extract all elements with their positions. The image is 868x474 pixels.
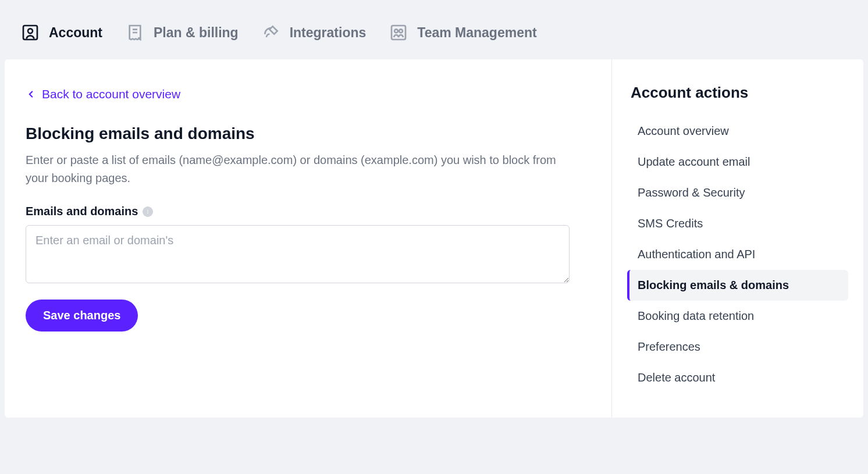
sidebar-item-account-overview[interactable]: Account overview: [627, 116, 848, 147]
page-subtitle: Enter or paste a list of emails (name@ex…: [26, 151, 561, 187]
sidebar-item-blocking-emails[interactable]: Blocking emails & domains: [627, 270, 848, 301]
top-tabs: Account Plan & billing Integrations: [0, 0, 868, 59]
sidebar-item-booking-retention[interactable]: Booking data retention: [627, 301, 848, 332]
team-icon: [389, 23, 408, 42]
save-button[interactable]: Save changes: [26, 300, 138, 332]
svg-point-7: [148, 212, 149, 213]
content-wrap: Back to account overview Blocking emails…: [5, 59, 863, 418]
account-actions-panel: Account actions Account overview Update …: [612, 59, 863, 418]
sidebar-item-delete-account[interactable]: Delete account: [627, 362, 848, 393]
sidebar-item-preferences[interactable]: Preferences: [627, 332, 848, 362]
main-panel: Back to account overview Blocking emails…: [5, 59, 612, 418]
svg-point-1: [28, 28, 33, 33]
sidebar-item-auth-api[interactable]: Authentication and API: [627, 239, 848, 270]
hint-icon[interactable]: [143, 206, 153, 217]
field-label: Emails and domains: [26, 205, 138, 218]
account-actions-menu: Account overview Update account email Pa…: [627, 116, 848, 393]
svg-point-5: [148, 209, 149, 211]
tab-team-management[interactable]: Team Management: [389, 23, 536, 42]
field-label-row: Emails and domains: [26, 205, 590, 218]
account-actions-title: Account actions: [627, 84, 848, 102]
back-link[interactable]: Back to account overview: [26, 87, 180, 101]
satellite-icon: [262, 23, 280, 42]
receipt-icon: [126, 23, 144, 42]
tab-plan-billing[interactable]: Plan & billing: [126, 23, 239, 42]
tab-account[interactable]: Account: [21, 23, 102, 42]
emails-domains-input[interactable]: [26, 225, 570, 283]
tab-label: Plan & billing: [154, 25, 239, 41]
tab-label: Team Management: [417, 25, 536, 41]
svg-point-4: [399, 29, 403, 33]
page-title: Blocking emails and domains: [26, 124, 590, 143]
svg-rect-2: [392, 26, 405, 40]
tab-integrations[interactable]: Integrations: [262, 23, 367, 42]
sidebar-item-sms-credits[interactable]: SMS Credits: [627, 208, 848, 239]
back-link-label: Back to account overview: [42, 87, 180, 101]
sidebar-item-password-security[interactable]: Password & Security: [627, 177, 848, 208]
svg-point-6: [148, 211, 149, 212]
sidebar-item-update-email[interactable]: Update account email: [627, 147, 848, 177]
tab-label: Account: [49, 25, 102, 41]
chevron-left-icon: [26, 89, 36, 99]
tab-label: Integrations: [290, 25, 367, 41]
svg-point-3: [394, 29, 398, 33]
account-icon: [21, 23, 40, 42]
